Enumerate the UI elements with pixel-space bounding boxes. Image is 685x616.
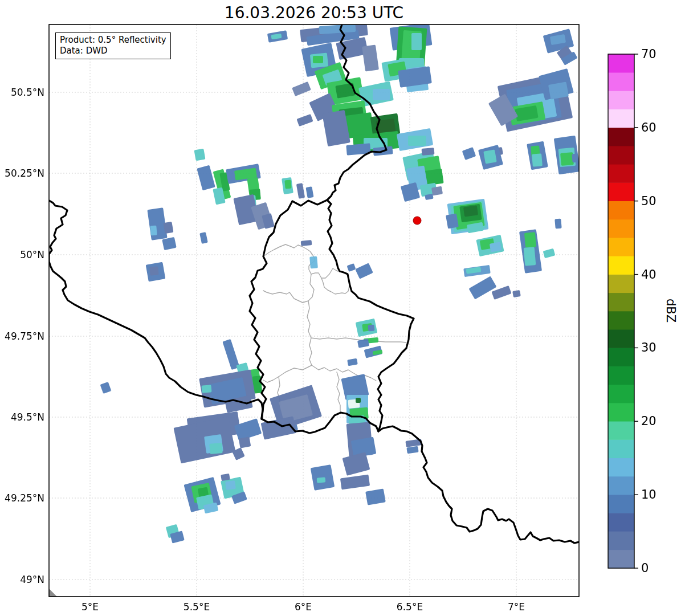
colorbar-band: [608, 421, 634, 440]
colorbar-band: [608, 128, 634, 146]
radar-echo: [524, 232, 536, 248]
corner-wedge: [49, 589, 57, 597]
radar-echo: [468, 276, 496, 299]
radar-echo: [355, 263, 373, 279]
colorbar-unit-label: dBZ: [663, 293, 678, 328]
colorbar-tick-label: 60: [641, 121, 657, 134]
radar-echo: [197, 165, 215, 191]
radar-echo: [362, 45, 379, 72]
colorbar-band: [608, 329, 634, 348]
plot-content: [49, 22, 580, 597]
region-border: [263, 365, 312, 382]
colorbar-band: [608, 72, 634, 91]
colorbar-band: [608, 348, 634, 366]
x-tick-label: 5.5°E: [184, 601, 210, 613]
radar-echo: [100, 382, 112, 394]
colorbar-band: [608, 256, 634, 275]
radar-echo: [572, 154, 577, 163]
radar-echo: [296, 183, 305, 199]
radar-echo: [368, 325, 375, 332]
radar-echo: [422, 148, 435, 156]
y-tick-label: 50.5°N: [11, 87, 44, 98]
radar-echo: [524, 247, 536, 266]
radar-echo: [373, 89, 390, 100]
colorbar-band: [608, 439, 634, 458]
region-border: [337, 372, 340, 411]
colorbar-band: [608, 549, 634, 568]
colorbar-tick-label: 50: [641, 194, 657, 208]
region-border: [263, 274, 314, 303]
colorbar-band: [608, 274, 634, 293]
product-info-box: Product: 0.5° Reflectivity Data: DWD: [55, 32, 171, 59]
radar-echo-layer: [100, 22, 581, 543]
colorbar-band: [608, 109, 634, 128]
x-tick-label: 6.5°E: [397, 601, 423, 613]
colorbar-band: [608, 495, 634, 513]
radar-site-marker: [413, 217, 421, 225]
radar-echo: [309, 256, 318, 268]
radar-echo: [225, 480, 236, 490]
colorbar-tick-label: 70: [641, 47, 657, 61]
radar-echo: [201, 385, 211, 393]
y-tick-label: 49.5°N: [11, 411, 44, 423]
region-border: [307, 301, 312, 365]
radar-echo: [532, 153, 543, 166]
y-tick-label: 50.25°N: [5, 168, 44, 179]
radar-echo: [463, 205, 478, 217]
radar-echo: [305, 186, 313, 198]
colorbar-band: [608, 54, 634, 73]
colorbar-band: [608, 366, 634, 385]
colorbar-band: [608, 311, 634, 330]
radar-echo: [317, 477, 326, 483]
colorbar-band: [608, 292, 634, 311]
x-tick-label: 5°E: [81, 601, 99, 613]
radar-echo: [560, 152, 574, 166]
x-tick-label: 6°E: [295, 601, 312, 613]
radar-echo: [199, 232, 208, 244]
region-border: [311, 268, 338, 278]
colorbar-band: [608, 531, 634, 550]
y-tick-label: 50°N: [20, 249, 44, 260]
colorbar-tick-label: 10: [641, 488, 657, 501]
product-info-line1: Product: 0.5° Reflectivity: [60, 35, 166, 46]
colorbar-band: [608, 513, 634, 532]
country-border: [262, 413, 579, 543]
radar-echo: [408, 136, 426, 146]
radar-echo: [296, 114, 313, 127]
country-border: [327, 200, 414, 431]
colorbar-band: [608, 164, 634, 183]
colorbar-band: [608, 146, 634, 165]
colorbar-band: [608, 219, 634, 238]
product-info-line2: Data: DWD: [60, 46, 166, 56]
colorbar-band: [608, 458, 634, 476]
radar-echo: [483, 149, 497, 164]
radar-echo: [554, 219, 561, 229]
region-border: [263, 244, 315, 274]
radar-echo: [209, 443, 222, 454]
colorbar-tick-label: 0: [641, 561, 649, 575]
colorbar-band: [608, 201, 634, 219]
y-tick-label: 49.75°N: [5, 331, 44, 342]
radar-echo: [411, 33, 422, 50]
radar-map-page: 5°E5.5°E6°E6.5°E7°E50.5°N50.25°N50°N49.7…: [0, 0, 685, 616]
colorbar-band: [608, 182, 634, 201]
colorbar-tick-label: 30: [641, 341, 657, 354]
radar-echo: [194, 149, 205, 161]
radar-echo: [162, 237, 176, 250]
radar-echo: [347, 358, 358, 366]
radar-echo: [356, 398, 361, 403]
x-tick-label: 7°E: [508, 601, 525, 613]
radar-echo: [284, 180, 291, 189]
colorbar-tick-label: 40: [641, 268, 657, 282]
colorbar-band: [608, 238, 634, 256]
radar-echo: [343, 452, 370, 476]
radar-echo: [512, 290, 521, 297]
y-tick-label: 49.25°N: [5, 492, 44, 504]
radar-map-canvas: 5°E5.5°E6°E6.5°E7°E50.5°N50.25°N50°N49.7…: [0, 0, 685, 616]
y-tick-label: 49°N: [20, 574, 44, 585]
radar-echo: [239, 436, 251, 448]
colorbar-band: [608, 385, 634, 403]
radar-echo: [406, 446, 418, 454]
radar-echo: [347, 263, 356, 272]
radar-echo: [301, 240, 312, 246]
